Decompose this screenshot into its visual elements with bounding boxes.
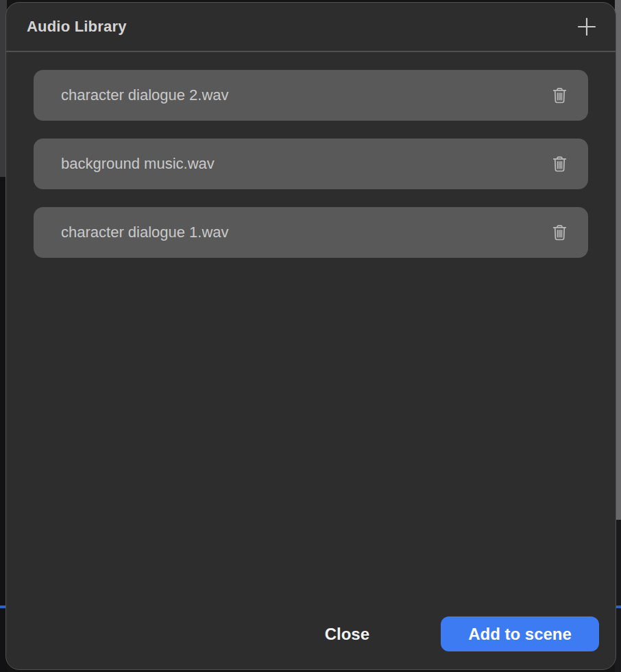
audio-list-item[interactable]: character dialogue 2.wav bbox=[34, 70, 588, 121]
audio-filename: character dialogue 2.wav bbox=[61, 86, 229, 104]
trash-icon bbox=[550, 86, 569, 105]
audio-list-item[interactable]: background music.wav bbox=[34, 139, 588, 189]
audio-list: character dialogue 2.wav background musi… bbox=[6, 52, 616, 258]
audio-list-item[interactable]: character dialogue 1.wav bbox=[34, 207, 588, 258]
delete-audio-button[interactable] bbox=[547, 83, 572, 108]
add-to-scene-button[interactable]: Add to scene bbox=[441, 616, 599, 651]
delete-audio-button[interactable] bbox=[547, 152, 572, 176]
dialog-footer: Close Add to scene bbox=[6, 616, 616, 669]
dialog-header: Audio Library bbox=[6, 3, 616, 51]
plus-icon bbox=[576, 16, 597, 37]
close-button[interactable]: Close bbox=[325, 625, 369, 644]
trash-icon bbox=[550, 224, 569, 242]
dialog-title: Audio Library bbox=[27, 18, 127, 36]
audio-filename: background music.wav bbox=[61, 155, 215, 173]
audio-library-dialog: Audio Library character dialogue 2.wav b… bbox=[5, 2, 616, 670]
add-audio-button[interactable] bbox=[574, 14, 599, 39]
delete-audio-button[interactable] bbox=[547, 220, 572, 245]
audio-filename: character dialogue 1.wav bbox=[61, 224, 229, 241]
trash-icon bbox=[550, 155, 569, 173]
